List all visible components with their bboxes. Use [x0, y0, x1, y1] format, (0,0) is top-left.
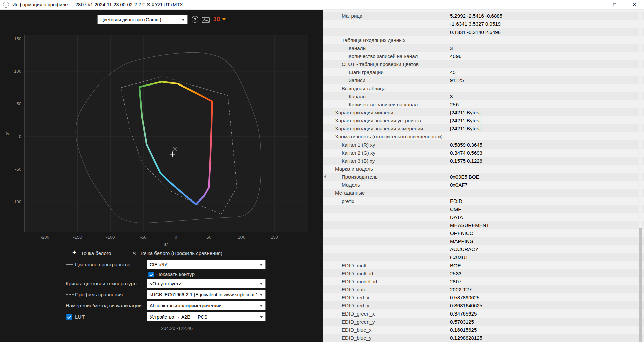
row-value: 0.587890625 [450, 295, 480, 300]
table-row: EDID_red_x0.587890625 [323, 293, 644, 301]
svg-text:0: 0 [19, 134, 21, 139]
3d-view-button[interactable]: 3D [213, 16, 226, 22]
row-label: Канал 2 (G) xy [323, 150, 450, 156]
table-row: Выходная таблица [323, 84, 644, 92]
svg-text:-50: -50 [140, 235, 147, 240]
chevron-down-icon [182, 19, 185, 21]
table-row: Количество записей на канал256 [323, 100, 644, 108]
lut-table-dropdown[interactable]: Устройство → A2B → PCS [147, 312, 266, 321]
solid-line-icon [66, 264, 73, 265]
row-label: Канал 3 (B) xy [323, 158, 450, 164]
row-value: 256 [450, 102, 459, 107]
row-value: 2807 [450, 279, 461, 284]
row-value: -1.6341 3.5327 0.0519 [450, 21, 501, 27]
scrollbar[interactable] [639, 10, 642, 342]
temperature-curve-label: Кривая цветовой температуры [66, 279, 138, 288]
row-label: CLUT - таблица проверки цветов [323, 61, 450, 67]
table-row: EDID_green_y0.5703125 [323, 318, 644, 326]
row-value: GAMUT_ [450, 254, 471, 260]
colorspace-value: CIE a*b* [150, 262, 168, 267]
table-row: EDID_green_x0.34765625 [323, 309, 644, 318]
row-label: Характеризация мишени [323, 110, 450, 115]
table-row: EDID_mnftBOE [323, 261, 644, 269]
profile-info-window: i Информация о профиле — 2807 #1 2024-11… [0, 0, 644, 342]
info-icon: i [3, 2, 9, 8]
row-label: Каналы [323, 45, 450, 51]
svg-text:100: 100 [14, 69, 21, 74]
chevron-down-icon [260, 316, 263, 318]
maximize-button[interactable]: □ [605, 0, 625, 9]
row-value: DATA_ [450, 214, 466, 220]
table-row: Записи91125 [323, 76, 644, 84]
scrollbar-thumb[interactable] [639, 228, 642, 342]
row-value: 2533 [450, 271, 461, 276]
table-row: Таблица Входящих данных [323, 36, 644, 44]
row-value: [24211 Bytes] [450, 126, 481, 131]
row-label: Количество записей на канал [323, 53, 450, 59]
row-value: 3 [450, 94, 453, 99]
dashed-line-icon [66, 294, 74, 295]
collapse-panel-arrow-icon[interactable] [324, 175, 326, 178]
minimize-button[interactable]: – [586, 0, 605, 9]
comparison-profile-dropdown[interactable]: sRGB IEC61966-2.1 (Equivalent to www.srg… [147, 290, 266, 299]
table-row: Канал 3 (B) xy0.1575 0.1226 [323, 157, 644, 165]
row-label: EDID_blue_x [323, 327, 450, 333]
row-value: 0.5703125 [450, 319, 474, 325]
svg-text:b*: b* [5, 131, 10, 135]
row-value: [24211 Bytes] [450, 110, 481, 115]
row-value: 0.34765625 [450, 311, 477, 317]
row-label: Записи [323, 77, 450, 83]
view-select-dropdown[interactable]: Цветовой диапазон (Gamut) [97, 15, 188, 24]
legend-white-point: Точка белого [81, 250, 111, 257]
close-button[interactable]: ✕ [625, 0, 644, 9]
svg-text:50: 50 [206, 235, 211, 240]
row-value: 0.1575 0.1226 [450, 158, 482, 164]
svg-text:100: 100 [238, 235, 246, 240]
white-point-marker-icon: + [72, 249, 76, 256]
row-label: Количество записей на канал [323, 102, 450, 107]
svg-text:-200: -200 [41, 235, 49, 240]
row-label: Шаги градации [323, 69, 450, 75]
row-label: EDID_red_x [323, 295, 450, 300]
row-value: 0.16015625 [450, 327, 477, 333]
svg-text:0: 0 [175, 235, 177, 240]
show-outline-checkbox[interactable] [148, 272, 154, 277]
table-row: Каналы3 [323, 92, 644, 100]
table-row: Характеризация значений измерений[24211 … [323, 124, 644, 132]
row-value: MEASUREMENT_ [450, 222, 492, 228]
lut-checkbox[interactable] [66, 314, 72, 320]
row-label: prefix [323, 198, 450, 204]
help-icon[interactable]: ? [192, 16, 198, 23]
rendering-intent-dropdown[interactable]: Абсолютный колориметрический [147, 301, 266, 310]
row-value: 0x0AF7 [450, 182, 468, 188]
gamut-plot-svg[interactable]: -200-150-100-50050100150150100500-50-100… [3, 35, 309, 248]
row-value: [24211 Bytes] [450, 118, 481, 123]
gamut-panel: Цветовой диапазон (Gamut) ? 3D -200-150-… [0, 10, 323, 342]
row-value: CMF_ [450, 206, 464, 212]
temperature-curve-value: <Отсутствует> [150, 281, 181, 286]
colorspace-dropdown[interactable]: CIE a*b* [147, 260, 266, 269]
gamut-plot[interactable]: -200-150-100-50050100150150100500-50-100… [3, 35, 309, 248]
table-row: Марка и модель [323, 165, 644, 173]
row-label: Характеризация значений устройств [323, 118, 450, 123]
row-value: 5.2992 -2.5416 -0.6885 [450, 13, 502, 19]
table-row: EDID_mnft_id2533 [323, 269, 644, 277]
row-value: 0.5859 0.3645 [450, 142, 482, 148]
row-value: 0.3474 0.5693 [450, 150, 482, 156]
row-label: EDID_blue_y [323, 335, 450, 341]
row-value: 45 [450, 69, 456, 75]
table-row: Каналы3 [323, 44, 644, 52]
save-image-icon[interactable] [202, 17, 210, 23]
table-row: MAPPING_ [323, 237, 644, 245]
row-label: EDID_red_y [323, 303, 450, 308]
row-label: EDID_green_y [323, 319, 450, 325]
row-value: 91125 [450, 77, 464, 83]
row-value: 0.1298828125 [450, 335, 482, 341]
table-row: Канал 1 (R) xy0.5859 0.3645 [323, 140, 644, 149]
row-value: 2022-T27 [450, 287, 472, 292]
colorspace-label: Цветовое пространство [75, 260, 130, 269]
row-label: Канал 1 (R) xy [323, 142, 450, 148]
chevron-down-icon [260, 294, 263, 296]
row-value: 0.1331 -0.3140 2.6496 [450, 29, 501, 35]
temperature-curve-dropdown[interactable]: <Отсутствует> [147, 279, 266, 288]
